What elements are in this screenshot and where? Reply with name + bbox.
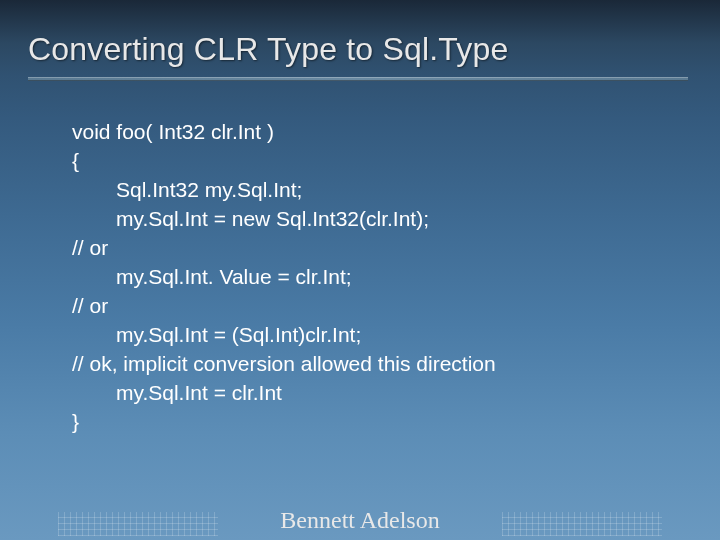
footer-text: Bennett Adelson <box>0 507 720 534</box>
title-area: Converting CLR Type to Sql.Type <box>28 32 696 81</box>
code-line: Sql.Int32 my.Sql.Int; <box>72 176 672 205</box>
code-line: my.Sql.Int. Value = clr.Int; <box>72 263 672 292</box>
code-line: my.Sql.Int = new Sql.Int32(clr.Int); <box>72 205 672 234</box>
title-underline <box>28 77 688 81</box>
code-block: void foo( Int32 clr.Int ) { Sql.Int32 my… <box>72 118 672 437</box>
code-line: my.Sql.Int = (Sql.Int)clr.Int; <box>72 321 672 350</box>
code-comment: // ok, implicit conversion allowed this … <box>72 350 672 379</box>
code-comment: // or <box>72 292 672 321</box>
code-line: void foo( Int32 clr.Int ) <box>72 118 672 147</box>
code-line: } <box>72 408 672 437</box>
code-line: my.Sql.Int = clr.Int <box>72 379 672 408</box>
slide-title: Converting CLR Type to Sql.Type <box>28 32 696 67</box>
code-line: { <box>72 147 672 176</box>
code-comment: // or <box>72 234 672 263</box>
slide: Converting CLR Type to Sql.Type void foo… <box>0 0 720 540</box>
